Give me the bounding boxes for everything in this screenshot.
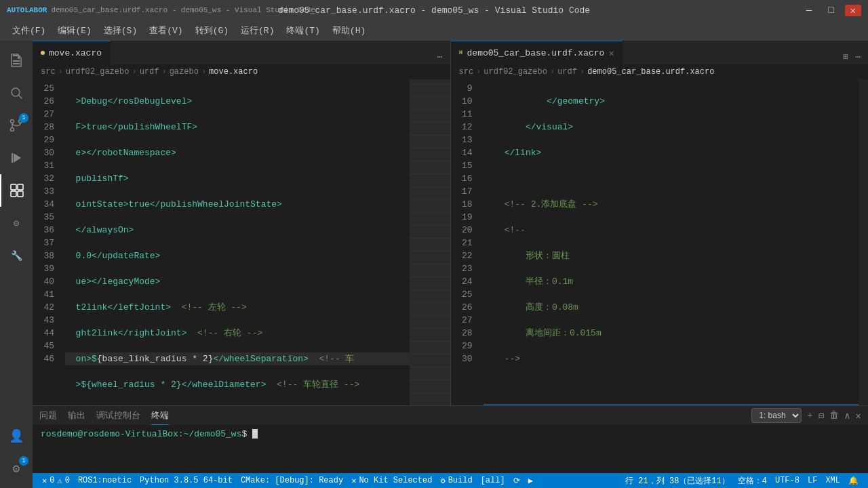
shell-selector[interactable]: 1: bash: [751, 408, 802, 423]
collapse-terminal-icon[interactable]: ∧: [844, 410, 850, 422]
code-line-highlighted: <xacro:property name="base_radius" value…: [484, 404, 859, 405]
code-line: </alwaysOn>: [65, 224, 410, 237]
split-right-icon[interactable]: ⊞: [840, 49, 852, 64]
status-ros[interactable]: ROS1:noetic: [74, 473, 136, 488]
right-tab-urdf[interactable]: ⌘ demo05_car_base.urdf.xacro ✕: [451, 41, 623, 64]
status-kit[interactable]: ✕ No Kit Selected: [347, 473, 436, 488]
build-label: Build: [448, 476, 473, 485]
code-line: on>${base_link_radius * 2}</wheelSeparat…: [65, 352, 410, 365]
status-right: 行 21，列 38（已选择11） 空格：4 UTF-8 LF XML 🔔: [621, 475, 863, 487]
status-play-icon[interactable]: ▶: [524, 473, 537, 488]
activity-settings[interactable]: ⚙ 1: [0, 452, 33, 485]
status-language[interactable]: XML: [821, 476, 844, 485]
terminal-tab-debug[interactable]: 调试控制台: [96, 407, 140, 424]
right-line-numbers: 910111213 1415161718 1920212223 24252627…: [451, 79, 478, 405]
code-line: [484, 378, 859, 391]
build-target-label: [all]: [481, 476, 505, 485]
left-code-content[interactable]: >Debug</rosDebugLevel> F>true</publishWh…: [60, 79, 410, 405]
add-terminal-icon[interactable]: +: [807, 410, 812, 421]
activity-debug[interactable]: 🔧: [0, 239, 33, 272]
cmake-label: CMake: [Debug]: Ready: [241, 476, 343, 485]
status-spaces[interactable]: 空格：4: [734, 475, 771, 487]
code-line: e></robotNamespace>: [65, 146, 410, 159]
right-tab-bar: ⌘ demo05_car_base.urdf.xacro ✕ ⊞ ⋯: [451, 41, 869, 64]
status-run-icon[interactable]: ⟳: [509, 473, 524, 488]
left-line-numbers: 2526272829 3031323334 3536373839 4041424…: [33, 79, 60, 405]
kit-no-icon: ✕: [351, 476, 356, 486]
split-editor-icon[interactable]: ⋯: [434, 49, 446, 64]
terminal-dollar: $: [241, 429, 252, 439]
activity-files[interactable]: [0, 44, 33, 77]
terminal-tab-output[interactable]: 输出: [68, 407, 85, 424]
status-notifications[interactable]: 🔔: [844, 476, 863, 486]
code-line: 高度：0.08m: [484, 301, 859, 314]
activity-git[interactable]: 1: [0, 109, 33, 142]
status-python[interactable]: Python 3.8.5 64-bit: [136, 473, 237, 488]
code-line: ue></legacyMode>: [65, 275, 410, 288]
more-actions-icon[interactable]: ⋯: [852, 49, 864, 64]
menu-terminal[interactable]: 终端(T): [281, 22, 325, 39]
left-tab-move-xacro[interactable]: move.xacro: [33, 41, 111, 64]
maximize-icon[interactable]: □: [823, 5, 839, 16]
terminal-panel: 问题 输出 调试控制台 终端 1: bash + ⊟ 🗑 ∧ ✕ rosdemo…: [33, 405, 868, 473]
status-line-col[interactable]: 行 21，列 38（已选择11）: [621, 475, 734, 487]
code-line: <!-- 2.添加底盘 -->: [484, 198, 859, 211]
terminal-prompt: rosdemo@rosdemo-VirtualBox: [41, 429, 178, 439]
right-editor-pane: ⌘ demo05_car_base.urdf.xacro ✕ ⊞ ⋯ src ›…: [451, 41, 869, 405]
menu-edit[interactable]: 编辑(E): [52, 22, 96, 39]
spaces-label: 空格：4: [738, 475, 767, 487]
status-cmake[interactable]: CMake: [Debug]: Ready: [237, 473, 347, 488]
close-terminal-icon[interactable]: ✕: [856, 410, 861, 422]
left-code-editor[interactable]: 2526272829 3031323334 3536373839 4041424…: [33, 79, 450, 405]
terminal-tab-terminal[interactable]: 终端: [151, 407, 169, 425]
status-build-target[interactable]: [all]: [477, 473, 509, 488]
line-ending-label: LF: [808, 476, 817, 485]
right-overview-ruler: [859, 79, 868, 405]
minimize-icon[interactable]: —: [801, 5, 817, 16]
code-line: </visual>: [484, 121, 859, 134]
split-terminal-icon[interactable]: ⊟: [818, 410, 824, 422]
delete-terminal-icon[interactable]: 🗑: [829, 410, 839, 421]
tab-dot: [41, 51, 45, 55]
code-line: ointState>true</publishWheelJointState>: [65, 198, 410, 211]
code-line: F>true</publishWheelTF>: [65, 121, 410, 134]
activity-ros[interactable]: ⚙: [0, 207, 33, 239]
menu-help[interactable]: 帮助(H): [327, 22, 371, 39]
editor-panes: move.xacro ⋯ src › urdf02_gazebo › urdf …: [33, 41, 868, 405]
code-line: >Debug</rosDebugLevel>: [65, 95, 410, 108]
terminal-content[interactable]: rosdemo@rosdemo-VirtualBox :~/demo05_ws …: [33, 425, 868, 473]
code-line: t2link</leftJoint> <!-- 左轮 -->: [65, 301, 410, 314]
right-code-content[interactable]: </geometry> </visual> </link> <!-- 2.添加底…: [478, 79, 859, 405]
code-line: -->: [484, 352, 859, 365]
activity-run[interactable]: [0, 142, 33, 174]
status-build[interactable]: ⚙ Build: [436, 473, 476, 488]
menu-run[interactable]: 运行(R): [235, 22, 279, 39]
menu-goto[interactable]: 转到(G): [190, 22, 234, 39]
editor-area: move.xacro ⋯ src › urdf02_gazebo › urdf …: [33, 41, 868, 488]
status-encoding[interactable]: UTF-8: [771, 476, 804, 485]
status-line-ending[interactable]: LF: [804, 476, 821, 485]
play-icon: ▶: [528, 476, 533, 486]
left-editor-pane: move.xacro ⋯ src › urdf02_gazebo › urdf …: [33, 41, 451, 405]
svg-rect-6: [11, 191, 16, 197]
menu-view[interactable]: 查看(V): [144, 22, 188, 39]
build-icon: ⚙: [440, 476, 445, 486]
settings-badge: 1: [19, 456, 28, 466]
svg-rect-5: [18, 184, 23, 190]
activity-extensions[interactable]: [0, 174, 33, 207]
status-errors[interactable]: ✕ 0 ⚠ 0: [38, 473, 74, 488]
code-line: 形状：圆柱: [484, 249, 859, 262]
activity-search[interactable]: [0, 77, 33, 109]
close-icon[interactable]: ✕: [845, 5, 861, 16]
language-label: XML: [825, 476, 840, 485]
menu-file[interactable]: 文件(F): [7, 22, 51, 39]
right-code-editor[interactable]: 910111213 1415161718 1920212223 24252627…: [451, 79, 869, 405]
code-line: <!--: [484, 224, 859, 237]
menu-select[interactable]: 选择(S): [98, 22, 142, 39]
right-tab-label: demo05_car_base.urdf.xacro: [467, 48, 605, 58]
workspace: 1 ⚙ 🔧 👤 ⚙ 1: [0, 41, 868, 488]
terminal-tab-problems[interactable]: 问题: [39, 407, 57, 424]
activity-account[interactable]: 👤: [0, 420, 33, 452]
right-tab-close[interactable]: ✕: [608, 47, 614, 59]
terminal-path: :~/demo05_ws: [178, 429, 242, 439]
